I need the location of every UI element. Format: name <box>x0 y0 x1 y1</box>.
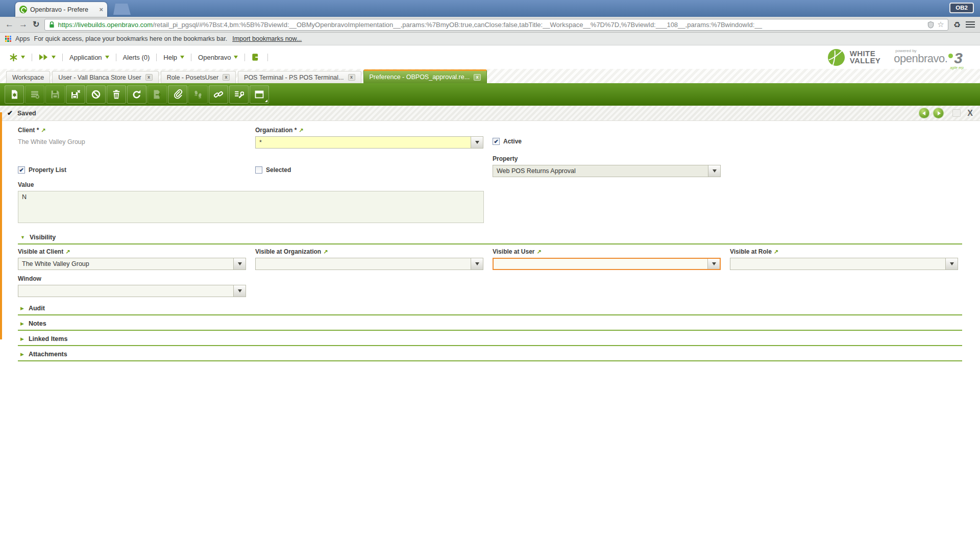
save-grid-button[interactable] <box>25 85 44 104</box>
window-combo[interactable] <box>18 285 246 297</box>
chevron-down-icon <box>105 56 109 59</box>
undo-button[interactable] <box>86 85 106 104</box>
tab-role[interactable]: Role - PosetsUser <box>161 71 236 83</box>
forward-icon[interactable]: → <box>19 20 28 29</box>
new-tab-button[interactable] <box>113 4 131 15</box>
visible-at-role-combo[interactable] <box>730 258 958 270</box>
fast-forward-icon <box>39 54 48 61</box>
refresh-button[interactable] <box>127 85 146 104</box>
menu-application[interactable]: Application <box>68 52 110 63</box>
apps-grid-icon[interactable] <box>5 36 11 42</box>
audit-trail-button[interactable] <box>188 85 208 104</box>
extension-icon[interactable]: ♻ <box>953 20 961 30</box>
menu-help[interactable]: Help <box>162 52 185 63</box>
new-record-button[interactable] <box>5 85 24 104</box>
tools-button[interactable] <box>229 85 249 104</box>
chevron-down-icon <box>21 56 25 59</box>
reload-icon[interactable]: ↻ <box>33 20 39 29</box>
tab-workspace[interactable]: Workspace <box>6 71 50 83</box>
chevron-down-icon <box>52 56 56 59</box>
link-button[interactable] <box>209 85 228 104</box>
dropdown-button-icon[interactable] <box>233 258 246 270</box>
tab-user[interactable]: User - Vall Blanca Store User <box>52 71 158 83</box>
apps-label[interactable]: Apps <box>15 35 30 42</box>
save-button[interactable] <box>45 85 65 104</box>
link-arrow-icon[interactable]: ↗ <box>299 127 303 134</box>
shield-icon[interactable] <box>927 21 934 29</box>
selected-checkbox[interactable] <box>255 166 262 174</box>
link-arrow-icon[interactable]: ↗ <box>537 249 542 255</box>
arrow-right-icon <box>938 111 941 115</box>
view-toggle-button[interactable] <box>250 85 269 104</box>
previous-record-button[interactable] <box>919 108 929 118</box>
form-view-icon <box>254 89 264 100</box>
back-icon[interactable]: ← <box>5 20 14 29</box>
url-text: https://livebuilds.openbravo.com/retail_… <box>58 21 925 29</box>
selected-label: Selected <box>266 166 291 174</box>
tab-pos-terminal[interactable]: POS Terminal - PS POS Terminal... <box>238 71 361 83</box>
close-icon[interactable] <box>474 74 481 81</box>
dropdown-button-icon[interactable] <box>945 258 958 270</box>
browser-menu-icon[interactable] <box>966 21 975 28</box>
attachment-button[interactable] <box>168 85 187 104</box>
padlock-icon <box>48 21 55 29</box>
property-list-checkbox[interactable]: ✔ <box>18 166 25 174</box>
browser-tab-close-icon[interactable]: × <box>99 6 103 13</box>
link-arrow-icon[interactable]: ↗ <box>323 249 328 255</box>
visible-at-organization-combo[interactable] <box>255 258 483 270</box>
browser-tab-title: Openbravo - Prefere <box>30 6 96 13</box>
link-arrow-icon[interactable]: ↗ <box>774 249 778 255</box>
section-linked-items[interactable]: ▶ Linked Items <box>18 333 962 346</box>
organization-combo[interactable]: * <box>255 136 483 149</box>
link-arrow-icon[interactable]: ↗ <box>65 249 70 255</box>
link-arrow-icon[interactable]: ↗ <box>41 127 45 134</box>
organization-label: Organization *↗ <box>255 127 493 134</box>
bookmark-star-icon[interactable]: ☆ <box>937 20 944 29</box>
next-record-button[interactable] <box>933 108 944 118</box>
section-attachments[interactable]: ▶ Attachments <box>18 348 962 361</box>
delete-button[interactable] <box>107 85 126 104</box>
property-combo[interactable]: Web POS Returns Approval <box>493 165 721 177</box>
visible-at-user-combo[interactable] <box>493 258 721 270</box>
client-value: The White Valley Group <box>18 136 255 145</box>
menu-openbravo[interactable]: Openbravo <box>197 52 239 63</box>
footprints-icon <box>193 89 203 100</box>
section-audit[interactable]: ▶ Audit <box>18 302 962 315</box>
openbravo-favicon-icon <box>19 6 27 13</box>
section-visibility[interactable]: ▼ Visibility <box>18 231 962 244</box>
browser-toolbar: ← → ↻ https://livebuilds.openbravo.com/r… <box>0 17 980 33</box>
screen: Openbravo - Prefere × OB2 ← → ↻ https://… <box>0 0 980 539</box>
maximize-button[interactable] <box>952 109 961 117</box>
import-bookmarks-link[interactable]: Import bookmarks now... <box>232 35 302 42</box>
wrench-list-icon <box>234 89 244 100</box>
dropdown-button-icon[interactable] <box>707 259 720 269</box>
app-header: Application Alerts (0) Help Openbravo <box>0 45 980 69</box>
dropdown-button-icon[interactable] <box>708 165 720 177</box>
close-icon[interactable] <box>348 74 355 81</box>
dropdown-button-icon[interactable] <box>233 285 246 297</box>
active-checkbox[interactable]: ✔ <box>493 138 500 145</box>
dropdown-button-icon[interactable] <box>471 137 483 148</box>
close-icon[interactable] <box>145 74 153 81</box>
section-notes[interactable]: ▶ Notes <box>18 317 962 331</box>
value-textarea[interactable]: N <box>18 191 484 223</box>
save-and-close-button[interactable] <box>66 85 85 104</box>
status-text: Saved <box>17 110 36 117</box>
logout-button[interactable] <box>251 51 262 64</box>
browser-tab[interactable]: Openbravo - Prefere × <box>15 2 107 17</box>
saved-check-icon: ✔ <box>7 109 13 117</box>
cancel-icon <box>91 89 101 100</box>
close-icon[interactable] <box>223 74 230 81</box>
section-collapsed-icon: ▶ <box>20 352 24 357</box>
app-tabstrip: Workspace User - Vall Blanca Store User … <box>0 69 980 83</box>
quick-launch-menu-button[interactable] <box>38 52 57 63</box>
tab-preference[interactable]: Preference - OBPOS_approval.re... <box>363 69 487 83</box>
close-form-button[interactable]: X <box>967 109 973 117</box>
browser-profile-badge[interactable]: OB2 <box>949 3 974 13</box>
dropdown-button-icon[interactable] <box>471 258 483 270</box>
export-button[interactable] <box>148 85 167 104</box>
workspace-menu-button[interactable] <box>8 51 26 64</box>
menu-alerts[interactable]: Alerts (0) <box>122 52 151 63</box>
visible-at-client-combo[interactable]: The White Valley Group <box>18 258 246 270</box>
url-bar[interactable]: https://livebuilds.openbravo.com/retail_… <box>44 19 948 31</box>
